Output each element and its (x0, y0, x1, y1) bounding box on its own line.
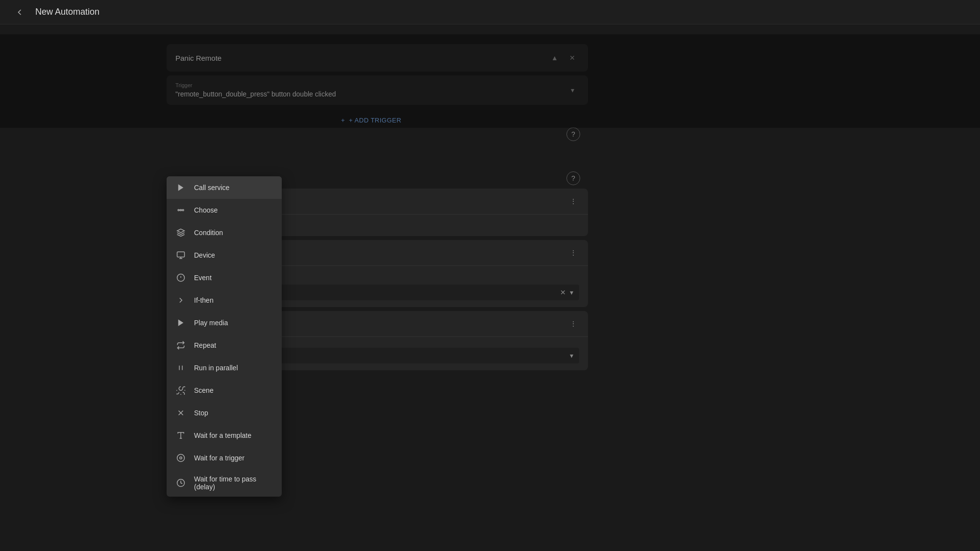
call-service-icon (175, 182, 186, 193)
add-trigger-plus: + (341, 117, 345, 124)
menu-item-run-in-parallel-label: Run in parallel (194, 364, 238, 372)
svg-point-2 (178, 210, 179, 211)
input-controls: ✕ ▾ (560, 288, 573, 296)
menu-item-wait-for-template[interactable]: Wait for a template (167, 424, 282, 447)
action-card-3-menu[interactable]: ⋮ (567, 318, 579, 330)
input-dropdown-icon[interactable]: ▾ (570, 288, 573, 296)
menu-item-call-service[interactable]: Call service (167, 176, 282, 199)
svg-point-15 (177, 455, 185, 462)
app-header: New Automation (0, 0, 980, 24)
wait-for-template-icon (175, 430, 186, 441)
help-button-2[interactable]: ? (566, 171, 580, 185)
menu-item-device-label: Device (194, 251, 215, 259)
menu-item-if-then-label: If-then (194, 296, 214, 304)
menu-item-wait-for-template-label: Wait for a template (194, 431, 251, 439)
add-trigger-label: + ADD TRIGGER (349, 117, 401, 124)
menu-item-event[interactable]: Event (167, 266, 282, 289)
wait-for-time-icon (175, 478, 186, 488)
event-icon (175, 272, 186, 283)
menu-item-scene-label: Scene (194, 386, 214, 394)
svg-point-3 (182, 210, 184, 211)
clear-icon[interactable]: ✕ (560, 288, 566, 296)
menu-item-wait-for-time-label: Wait for time to pass (delay) (194, 475, 273, 491)
menu-item-choose[interactable]: Choose (167, 199, 282, 221)
back-button[interactable] (12, 4, 27, 20)
menu-item-repeat[interactable]: Repeat (167, 334, 282, 357)
menu-item-event-label: Event (194, 274, 212, 282)
menu-item-play-media-label: Play media (194, 319, 228, 327)
menu-item-wait-for-time[interactable]: Wait for time to pass (delay) (167, 469, 282, 497)
svg-marker-10 (178, 319, 184, 326)
layout: Panic Remote ▲ ✕ Trigger "remote_button_… (0, 34, 980, 128)
add-trigger-button[interactable]: + + ADD TRIGGER (333, 113, 409, 128)
page-title: New Automation (35, 7, 99, 17)
menu-item-wait-for-trigger-label: Wait for a trigger (194, 454, 245, 462)
condition-icon (175, 227, 186, 238)
action-card-2-menu[interactable]: ⋮ (567, 247, 579, 259)
svg-rect-6 (177, 252, 185, 257)
main-content: Panic Remote ▲ ✕ Trigger "remote_button_… (0, 24, 980, 551)
scene-icon (175, 385, 186, 396)
svg-point-1 (180, 210, 182, 211)
menu-item-device[interactable]: Device (167, 244, 282, 266)
action-type-dropdown: Call service Choose (167, 176, 282, 497)
menu-item-condition[interactable]: Condition (167, 221, 282, 244)
select-chevron-icon: ▾ (570, 352, 573, 359)
menu-item-stop[interactable]: Stop (167, 402, 282, 424)
help-button-1[interactable]: ? (566, 127, 580, 141)
action-card-1-menu[interactable]: ⋮ (567, 195, 579, 207)
menu-item-scene[interactable]: Scene (167, 379, 282, 402)
svg-point-16 (180, 457, 182, 459)
play-media-icon (175, 317, 186, 328)
menu-item-play-media[interactable]: Play media (167, 311, 282, 334)
repeat-icon (175, 340, 186, 351)
wait-for-trigger-icon (175, 453, 186, 463)
if-then-icon (175, 295, 186, 306)
menu-item-condition-label: Condition (194, 229, 223, 237)
run-in-parallel-icon (175, 362, 186, 373)
menu-item-choose-label: Choose (194, 206, 218, 214)
menu-item-if-then[interactable]: If-then (167, 289, 282, 311)
menu-item-stop-label: Stop (194, 409, 208, 417)
menu-item-repeat-label: Repeat (194, 341, 216, 349)
menu-item-run-in-parallel[interactable]: Run in parallel (167, 357, 282, 379)
menu-item-wait-for-trigger[interactable]: Wait for a trigger (167, 447, 282, 469)
stop-icon (175, 407, 186, 418)
menu-item-call-service-label: Call service (194, 184, 229, 192)
device-icon (175, 250, 186, 261)
choose-icon (175, 205, 186, 216)
svg-marker-0 (178, 184, 184, 191)
